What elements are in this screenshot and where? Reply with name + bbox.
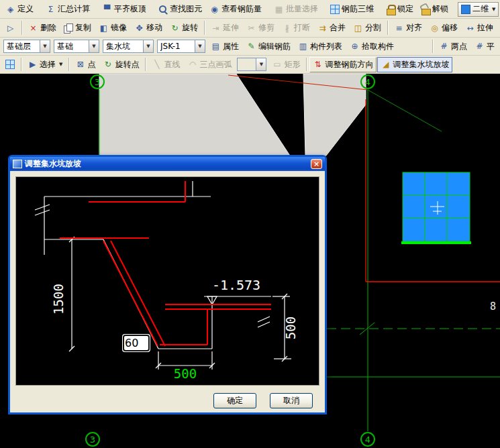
chevron-down-icon: ▼ [89,40,99,52]
trim-button[interactable]: ✂ 修剪 [243,20,278,36]
copy-button[interactable]: 复制 [60,20,95,36]
rectangle-icon: ▭ [272,60,282,69]
component-list-button[interactable]: ▥ 构件列表 [295,39,346,54]
chevron-down-icon: ▼ [40,40,50,52]
pointer-tool-button[interactable]: ▷ [2,21,19,35]
align-icon: ≡ [394,23,404,33]
unlock-button[interactable]: 解锁 [417,1,452,17]
break-button[interactable]: ∦ 打断 [279,20,313,36]
dialog-title-bar[interactable]: 调整集水坑放坡 × [10,157,325,171]
align-button[interactable]: ≡ 对齐 [391,20,426,36]
adjust-sump-slope-icon: ◢ [381,60,391,69]
category-combobox[interactable]: 基础 ▼ [54,40,99,53]
separator [432,40,433,53]
dim-bottom-500: 500 [174,366,197,381]
slab-polygon-left [99,74,290,160]
unlock-icon [421,5,430,14]
dialog-title: 调整集水坑放坡 [25,158,81,170]
dim-right-500: 500 [283,317,298,339]
separator [68,58,69,71]
layer-combobox[interactable]: 基础层 ▼ [3,40,50,53]
grid-tool-button[interactable] [2,58,18,71]
view-rebar-qty-button[interactable]: ◉ 查看钢筋量 [206,1,265,17]
lock-icon [386,5,395,14]
separator [387,21,388,35]
arc-icon: ◠ [187,60,197,69]
three-point-arc-button[interactable]: ◠ 三点画弧 [184,57,235,72]
grid-label-8: 8 [490,300,496,313]
dialog-icon [13,160,22,168]
component-name-combobox[interactable]: JSK-1 ▼ [157,40,205,53]
close-icon: × [313,160,319,168]
separator [21,58,21,71]
axis-bubble-top-left: 3 [90,74,105,89]
cancel-button[interactable]: 取消 [270,393,313,408]
rectangle-button[interactable]: ▭ 矩形 [268,57,303,72]
sigma-icon: Σ [46,5,56,14]
summary-calc-button[interactable]: Σ 汇总计算 [42,1,93,17]
two-point-button[interactable]: # 两点 [436,39,470,54]
parallel-button[interactable]: # 平 [471,39,498,54]
grid-icon [5,60,15,69]
delete-button[interactable]: × 删除 [25,20,60,36]
separator [145,58,146,71]
section-preview[interactable]: 1500 500 500 -1.573 [15,176,319,386]
lock-button[interactable]: 锁定 [383,1,417,17]
arc-option-combobox[interactable]: ▼ [237,58,266,71]
select-dropdown-button[interactable]: ▶ 选择 ▼ [24,57,66,72]
axis-bubble-top-right: 4 [360,74,375,89]
find-element-button[interactable]: 查找图元 [155,1,205,17]
dialog-adjust-sump-slope: 调整集水坑放坡 × [8,155,327,414]
chevron-down-icon: ▼ [492,7,495,12]
split-button[interactable]: ◫ 分割 [350,20,385,36]
align-slab-top-button[interactable]: ▀ 平齐板顶 [99,1,150,17]
align-slab-top-icon: ▀ [102,5,112,14]
rotate-point-button[interactable]: ↻ 旋转点 [99,57,142,72]
stretch-button[interactable]: ↔ 拉伸 [462,20,497,36]
pick-component-button[interactable]: ⊕ 拾取构件 [346,39,397,54]
line-icon: ╲ [152,60,162,69]
rebar-3d-button[interactable]: 钢筋三维 [327,1,377,17]
slope-value-input[interactable] [123,335,150,351]
mirror-button[interactable]: ◧ 镜像 [95,20,130,36]
split-icon: ◫ [353,23,363,33]
edit-rebar-button[interactable]: ✎ 编辑钢筋 [243,39,294,54]
offset-button[interactable]: ◎ 偏移 [426,20,461,36]
pointer-icon: ▷ [5,23,15,33]
line-button[interactable]: ╲ 直线 [148,57,183,72]
break-icon: ∦ [282,23,292,33]
toolbar-main: ◈ 定义 Σ 汇总计算 ▀ 平齐板顶 查找图元 ◉ 查看钢筋量 ▦ 批量选择 [0,0,500,19]
view-mode-dropdown[interactable]: 二维 ▼ [458,2,499,17]
ok-button[interactable]: 确定 [213,393,256,408]
separator [21,21,22,35]
search-icon [158,5,168,14]
properties-icon: ▤ [211,42,221,51]
chevron-down-icon: ▼ [195,40,205,52]
rebar-3d-icon [330,5,340,14]
adjust-rebar-direction-button[interactable]: ⇅ 调整钢筋方向 [309,57,377,72]
stretch-icon: ↔ [465,23,475,33]
merge-icon: ⇉ [317,23,328,33]
cursor-icon: ▶ [28,60,38,69]
point-icon: ⊠ [75,60,85,69]
extend-icon: ⇥ [211,23,221,33]
separator [306,58,307,71]
point-button[interactable]: ⊠ 点 [72,57,99,72]
adjust-rebar-direction-icon: ⇅ [313,60,323,69]
define-button[interactable]: ◈ 定义 [2,1,37,17]
merge-button[interactable]: ⇉ 合并 [314,20,349,36]
extend-button[interactable]: ⇥ 延伸 [207,20,242,36]
chevron-down-icon: ▼ [256,58,266,70]
rotate-button[interactable]: ↻ 旋转 [166,20,201,36]
batch-select-button[interactable]: ▦ 批量选择 [270,1,321,17]
mirror-icon: ◧ [99,23,109,33]
toolbar-element: 基础层 ▼ 基础 ▼ 集水坑 ▼ JSK-1 ▼ ▤ 属性 ✎ 编辑钢筋 ▥ 构… [0,38,500,56]
close-button[interactable]: × [311,159,322,169]
adjust-sump-slope-button[interactable]: ◢ 调整集水坑放坡 [377,57,452,72]
element-type-combobox[interactable]: 集水坑 ▼ [103,40,154,53]
toolbar-draw: ▶ 选择 ▼ ⊠ 点 ↻ 旋转点 ╲ 直线 ◠ 三点画弧 ▼ ▭ 矩形 [0,56,500,74]
rotate-point-icon: ↻ [103,60,113,69]
properties-button[interactable]: ▤ 属性 [207,39,242,54]
move-button[interactable]: ✥ 移动 [131,20,166,36]
trim-icon: ✂ [246,23,256,33]
